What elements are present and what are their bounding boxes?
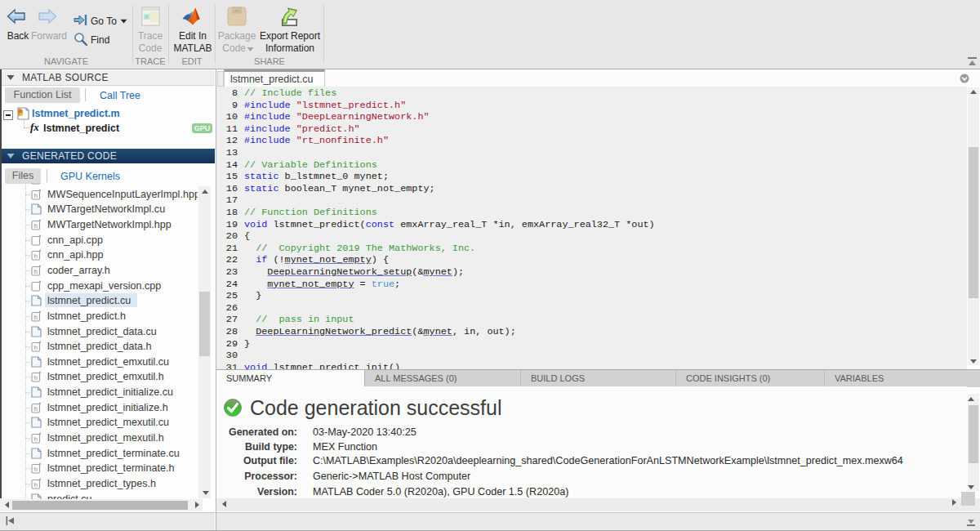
- svg-text:h: h: [33, 191, 37, 199]
- svg-text:h: h: [33, 374, 37, 382]
- svg-text:h: h: [33, 344, 37, 351]
- svg-text:h: h: [33, 268, 37, 275]
- svg-text:h: h: [33, 466, 37, 473]
- svg-text:h: h: [33, 222, 37, 230]
- svg-text:h: h: [33, 183, 37, 184]
- svg-text:h: h: [33, 481, 37, 489]
- svg-text:h: h: [33, 314, 37, 321]
- svg-text:h: h: [33, 405, 37, 413]
- svg-text:h: h: [33, 252, 37, 260]
- svg-text:h: h: [33, 435, 37, 443]
